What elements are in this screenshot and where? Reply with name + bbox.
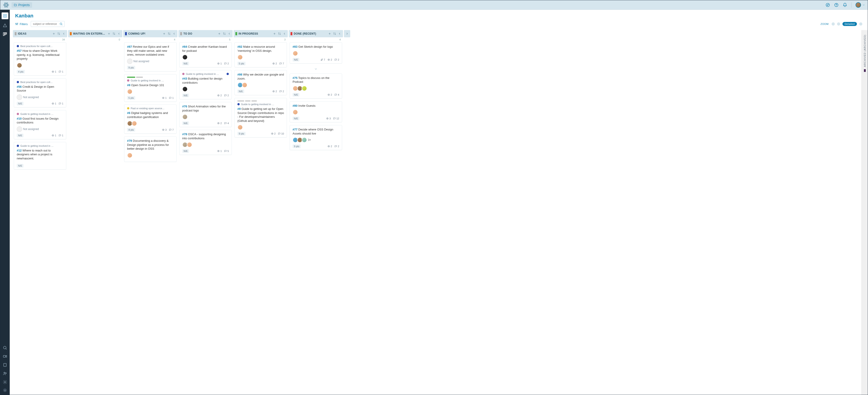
add-card-icon[interactable]: [52, 32, 55, 35]
settings-icon[interactable]: [3, 380, 7, 384]
card-ref: #57: [17, 49, 22, 53]
sidebar-expand-button[interactable]: »: [3, 389, 7, 392]
assignee-avatar[interactable]: [302, 86, 307, 91]
points-chip: N/E: [17, 133, 24, 137]
user-avatar: [856, 2, 861, 8]
assignee-avatar[interactable]: [187, 142, 192, 147]
kanban-card[interactable]: #75 Topics to discuss on the PodcastN/E …: [290, 73, 342, 98]
kanban-card[interactable]: #76 Short Animation video for the podcas…: [179, 102, 232, 127]
kanban-card[interactable]: #86 Why we decide use google and zoom.N/…: [235, 70, 287, 95]
column-header[interactable]: DONE (RECENT): [289, 30, 343, 37]
kanban-card[interactable]: Guide to getting involved in …#12 Where …: [14, 142, 66, 170]
help-icon[interactable]: [834, 3, 839, 7]
app-logo-icon[interactable]: [3, 2, 9, 8]
watchers-stat: 2: [272, 90, 277, 93]
sort-column-icon[interactable]: [223, 32, 226, 35]
card-footer: N/E 2 4: [182, 121, 229, 125]
collapse-column-icon[interactable]: [228, 32, 231, 35]
bell-icon[interactable]: [843, 3, 847, 7]
column-body[interactable]: 4#83 Get Sketch design for logoN/E 7 2 2…: [288, 37, 343, 392]
assignee-avatar[interactable]: [127, 153, 132, 158]
filters-button[interactable]: Filters: [15, 22, 28, 26]
search-input[interactable]: [33, 22, 59, 26]
kanban-icon[interactable]: [3, 32, 7, 36]
scroll-columns-right[interactable]: [344, 30, 350, 37]
assignee-avatar[interactable]: [132, 121, 137, 126]
kanban-card[interactable]: Guide to getting involved in …#10 Good f…: [14, 110, 66, 139]
assignee-avatar[interactable]: [238, 55, 243, 60]
project-logo[interactable]: [2, 12, 8, 19]
column-body[interactable]: 0: [68, 37, 123, 392]
sort-column-icon[interactable]: [57, 32, 60, 35]
column-body[interactable]: 3#82 Make a resource around 'mentoring' …: [233, 37, 288, 392]
assignee-avatar[interactable]: [242, 82, 247, 88]
assignee-avatar[interactable]: [302, 137, 307, 143]
kanban-card[interactable]: #84 Create another Kanban board for podc…: [179, 42, 232, 67]
assignee-avatar[interactable]: [182, 86, 188, 92]
kanban-card[interactable]: #87 Review our Epics and see if they sti…: [124, 42, 177, 71]
column-body[interactable]: 34Best practices for open coll…#57 How t…: [12, 37, 68, 392]
column-header[interactable]: IDEAS: [13, 30, 67, 37]
svg-point-56: [328, 146, 329, 147]
zoom-extra-toggle[interactable]: [859, 22, 862, 26]
search-box[interactable]: [31, 21, 65, 27]
assignee-avatar[interactable]: [292, 51, 298, 56]
column-body[interactable]: 4#87 Review our Epics and see if they st…: [123, 37, 178, 392]
team-icon[interactable]: [3, 371, 7, 376]
add-card-icon[interactable]: [273, 32, 276, 35]
kanban-card[interactable]: Guide to getting involved in …#43 Buildi…: [179, 70, 232, 99]
sort-column-icon[interactable]: [112, 32, 116, 35]
collapse-column-icon[interactable]: [173, 32, 176, 35]
column-header[interactable]: COMING UP!: [123, 30, 178, 37]
kanban-card[interactable]: Best practices for open coll…#57 How to …: [14, 42, 66, 75]
kanban-card[interactable]: #77 Decide where OSS Design Assets shoul…: [290, 125, 342, 150]
assignee-avatar[interactable]: [182, 55, 188, 60]
compass-icon[interactable]: [826, 3, 830, 7]
column-body[interactable]: 5#84 Create another Kanban board for pod…: [178, 37, 233, 392]
assignee-avatar[interactable]: [182, 114, 188, 120]
kanban-card[interactable]: Past or existing open source…#6 Digital …: [124, 104, 177, 133]
zoom-compact-toggle[interactable]: [832, 22, 835, 26]
kanban-board[interactable]: IDEAS34Best practices for open coll…#57 …: [10, 30, 862, 395]
wiki-icon[interactable]: [3, 363, 7, 367]
column-header[interactable]: TO DO: [178, 30, 232, 37]
card-avatars: Not assigned: [127, 59, 174, 64]
kanban-card[interactable]: #79 Documenting a discovery & Design pip…: [124, 136, 177, 162]
collapse-column-icon[interactable]: [62, 32, 65, 35]
breadcrumb-projects[interactable]: Projects: [11, 2, 32, 8]
kanban-card[interactable]: #83 Get Sketch design for logoN/E 7 2 2: [290, 42, 342, 64]
assignee-avatar[interactable]: [127, 89, 132, 94]
zoom-medium-toggle[interactable]: [837, 22, 840, 26]
svg-point-54: [328, 94, 329, 95]
load-more-icon[interactable]: [290, 66, 342, 73]
add-card-icon[interactable]: [328, 32, 331, 35]
assignee-avatar[interactable]: [17, 63, 22, 68]
add-card-icon[interactable]: [162, 32, 166, 35]
kanban-card[interactable]: Guide to getting involved in …#9 Guide t…: [235, 98, 287, 138]
assignee-avatar[interactable]: [292, 110, 298, 115]
collapse-column-icon[interactable]: [117, 32, 121, 35]
archived-panel[interactable]: ARCHIVED (ARCHIVED): [862, 30, 868, 395]
kanban-card[interactable]: Best practices for open coll…#56 Credit …: [14, 78, 66, 108]
collapse-column-icon[interactable]: [338, 32, 341, 35]
svg-point-43: [218, 95, 219, 96]
sort-column-icon[interactable]: [278, 32, 281, 35]
sort-column-icon[interactable]: [333, 32, 336, 35]
search-icon[interactable]: [3, 345, 7, 350]
epics-icon[interactable]: [3, 23, 7, 28]
video-icon[interactable]: [3, 354, 7, 359]
user-menu[interactable]: [856, 2, 865, 8]
svg-rect-12: [6, 33, 6, 34]
kanban-card[interactable]: #80 Invite GuestsN/E 3 12: [290, 101, 342, 123]
collapse-column-icon[interactable]: [283, 32, 286, 35]
add-card-icon[interactable]: [107, 32, 111, 35]
kanban-card[interactable]: #82 Make a resource around 'mentoring' i…: [235, 42, 287, 67]
assignee-avatar[interactable]: [238, 125, 243, 130]
add-card-icon[interactable]: [218, 32, 221, 35]
zoom-detailed-toggle[interactable]: Detailed: [842, 22, 857, 26]
sort-column-icon[interactable]: [167, 32, 171, 35]
column-header[interactable]: IN PROGRESS: [234, 30, 288, 37]
kanban-card[interactable]: #78 OSCA - supporting designing into con…: [179, 130, 232, 155]
column-header[interactable]: WAITING ON EXTERNAL: [68, 30, 122, 37]
kanban-card[interactable]: Guide to getting involved in …#8 Open So…: [124, 74, 177, 102]
